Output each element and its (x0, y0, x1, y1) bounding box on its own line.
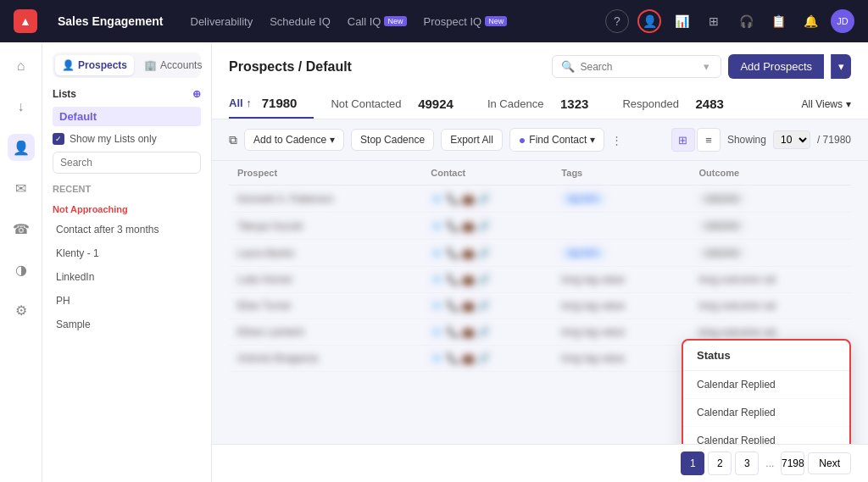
page-3-button[interactable]: 3 (735, 452, 759, 475)
prospect-iq-badge: New (485, 16, 507, 26)
call-iq-badge: New (384, 16, 406, 26)
table-row: Luke Homer 📧 📞 💼 🔗 long tag value long o… (229, 267, 851, 293)
status-item-0[interactable]: Calendar Replied (683, 371, 849, 399)
prospect-tags: long tag value (553, 319, 690, 346)
list-item-ph[interactable]: PH (53, 292, 201, 309)
table-row: Kenneth A. Patterson 📧 📞 💼 🔗 tag item ou… (229, 186, 851, 213)
accounts-icon: 🏢 (144, 59, 157, 71)
bell-icon[interactable]: 🔔 (798, 9, 822, 33)
next-page-button[interactable]: Next (808, 452, 851, 474)
prospect-contact: 📧 📞 💼 🔗 (422, 186, 553, 213)
phone-icon-btn[interactable]: ☎ (8, 215, 35, 242)
download-icon-btn[interactable]: ↓ (8, 93, 35, 120)
nav-right: ? 👤 📊 ⊞ 🎧 📋 🔔 JD (605, 9, 854, 33)
prospect-contact: 📧 📞 💼 🔗 (422, 319, 553, 346)
stat-not-contacted[interactable]: Not Contacted 49924 (314, 90, 470, 118)
add-prospects-dropdown[interactable]: ▾ (831, 54, 851, 79)
tab-accounts[interactable]: 🏢 Accounts (137, 55, 209, 75)
last-page-button[interactable]: 7198 (781, 452, 804, 475)
content-header-top: Prospects / Default 🔍 ▾ Add Prospects ▾ (229, 54, 851, 79)
nav-prospect-iq[interactable]: Prospect IQ New (424, 15, 508, 28)
toolbar: ⧉ Add to Cadence ▾ Stop Cadence Export A… (212, 119, 868, 161)
prospect-contact: 📧 📞 💼 🔗 (422, 293, 553, 319)
prospect-contact: 📧 📞 💼 🔗 (422, 346, 553, 372)
add-to-cadence-button[interactable]: Add to Cadence ▾ (244, 129, 344, 151)
prospect-name: Ethan Lambert (229, 319, 422, 346)
list-item-linkedin[interactable]: LinkedIn (53, 269, 201, 285)
show-my-lists-toggle[interactable]: ✓ Show my Lists only (53, 133, 201, 145)
prospect-outcome: long outcome val (690, 293, 851, 319)
home-icon-btn[interactable]: ⌂ (8, 53, 35, 80)
add-list-icon[interactable]: ⊕ (192, 88, 201, 100)
page-2-button[interactable]: 2 (708, 452, 732, 475)
prospect-name: Elise Turner (229, 293, 422, 319)
stat-all[interactable]: All ↑ 71980 (229, 89, 314, 119)
add-prospects-button[interactable]: Add Prospects (728, 54, 824, 79)
col-contact: Contact (422, 161, 553, 186)
search-bar: 🔍 ▾ (552, 55, 721, 78)
col-tags: Tags (553, 161, 690, 186)
status-dropdown-popup: Status Calendar Replied Calendar Replied… (682, 339, 851, 444)
page-1-button[interactable]: 1 (681, 452, 704, 475)
more-options-icon[interactable]: ⋮ (611, 134, 622, 147)
prospect-tags: tag item (553, 186, 690, 213)
chevron-down-icon: ▾ (846, 98, 851, 110)
stats-row: All ↑ 71980 Not Contacted 49924 In Caden… (229, 89, 851, 119)
grid-view-button[interactable]: ⊞ (671, 128, 695, 152)
user-avatar[interactable]: JD (831, 9, 854, 33)
prospects-icon: 👤 (62, 59, 75, 71)
pagination: 1 2 3 ... 7198 Next (212, 444, 868, 482)
grid-icon[interactable]: ⊞ (702, 9, 726, 33)
nav-schedule-iq[interactable]: Schedule IQ (270, 15, 331, 28)
list-item-contact-after[interactable]: Contact after 3 months (53, 221, 201, 238)
status-item-1[interactable]: Calendar Replied (683, 399, 849, 427)
prospect-tags (553, 213, 690, 240)
list-item-klenty[interactable]: Klenty - 1 (53, 245, 201, 262)
list-item-sample[interactable]: Sample (53, 316, 201, 333)
sidebar: 👤 Prospects 🏢 Accounts Lists ⊕ Default ✓… (42, 42, 212, 482)
breadcrumb: Prospects / Default (229, 59, 352, 75)
send-icon-btn[interactable]: ✉ (8, 175, 35, 202)
main-layout: ⌂ ↓ 👤 ✉ ☎ ◑ ⚙ 👤 Prospects 🏢 Accounts Lis… (0, 42, 868, 482)
status-item-2[interactable]: Calendar Replied (683, 427, 849, 444)
analytics-icon[interactable]: 📊 (670, 9, 693, 33)
stat-in-cadence[interactable]: In Cadence 1323 (470, 90, 606, 118)
filter-icon[interactable]: ⧉ (229, 133, 237, 147)
show-my-lists-checkbox[interactable]: ✓ (53, 133, 64, 145)
user-icon[interactable]: 👤 (637, 9, 661, 33)
tab-prospects[interactable]: 👤 Prospects (55, 55, 134, 75)
content-area: Prospects / Default 🔍 ▾ Add Prospects ▾ … (212, 42, 868, 482)
table-row: Laura Banks 📧 📞 💼 🔗 tag item outcome (229, 240, 851, 267)
col-outcome: Outcome (690, 161, 851, 186)
sidebar-search-input[interactable] (53, 152, 201, 174)
prospect-contact: 📧 📞 💼 🔗 (422, 213, 553, 240)
headset-icon[interactable]: 🎧 (734, 9, 758, 33)
prospect-tags: tag item (553, 240, 690, 267)
prospect-contact: 📧 📞 💼 🔗 (422, 267, 553, 293)
prospect-outcome: outcome (690, 240, 851, 267)
help-icon[interactable]: ? (605, 9, 629, 33)
stop-cadence-button[interactable]: Stop Cadence (351, 129, 434, 151)
list-view-button[interactable]: ≡ (697, 128, 721, 152)
showing-count-select[interactable]: 10 25 50 (773, 130, 810, 149)
find-contact-button[interactable]: ● Find Contact ▾ (509, 128, 605, 152)
nav-deliverability[interactable]: Deliverability (191, 15, 253, 28)
user-icon-btn[interactable]: 👤 (8, 134, 35, 161)
add-cadence-chevron: ▾ (330, 134, 335, 146)
search-dropdown-icon[interactable]: ▾ (704, 60, 709, 73)
all-views-button[interactable]: All Views ▾ (802, 98, 851, 110)
prospect-tags: long tag value (553, 293, 690, 319)
nav-call-iq[interactable]: Call IQ New (348, 15, 407, 28)
gear-icon-btn[interactable]: ⚙ (8, 296, 35, 324)
apps-icon[interactable]: 📋 (766, 9, 790, 33)
find-contact-chevron: ▾ (590, 134, 595, 146)
prospect-name: Luke Homer (229, 267, 422, 293)
chart-icon-btn[interactable]: ◑ (8, 256, 35, 283)
stat-responded[interactable]: Responded 2483 (605, 90, 741, 118)
table-row: Elise Turner 📧 📞 💼 🔗 long tag value long… (229, 293, 851, 319)
recent-label: Recent (53, 184, 201, 194)
search-input[interactable] (580, 61, 698, 73)
export-all-button[interactable]: Export All (441, 129, 503, 151)
prospect-outcome: outcome (690, 186, 851, 213)
default-list[interactable]: Default (53, 107, 201, 126)
